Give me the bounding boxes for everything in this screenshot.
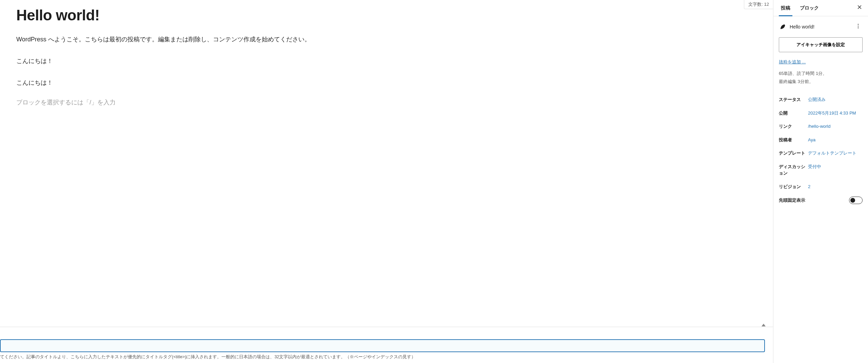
label-publish: 公開: [779, 110, 808, 117]
value-revisions[interactable]: 2: [808, 183, 863, 190]
label-template: テンプレート: [779, 150, 808, 157]
row-template: テンプレート デフォルトテンプレート: [779, 146, 863, 160]
word-count-text: 65単語、読了時間 1分。: [779, 70, 863, 77]
svg-point-1: [858, 26, 859, 26]
label-sticky: 先頭固定表示: [779, 197, 849, 204]
value-template[interactable]: デフォルトテンプレート: [808, 150, 863, 157]
collapse-toggle-icon[interactable]: [762, 324, 766, 326]
tab-post[interactable]: 投稿: [776, 0, 795, 16]
seo-help-text: てください。記事のタイトルより、こちらに入力したテキストが優先的にタイトルタグ(…: [0, 354, 773, 360]
seo-title-input[interactable]: [0, 339, 765, 352]
label-discussion: ディスカッション: [779, 163, 808, 177]
value-status[interactable]: 公開済み: [808, 96, 863, 103]
label-status: ステータス: [779, 96, 808, 103]
more-vertical-icon: [855, 23, 861, 29]
value-discussion[interactable]: 受付中: [808, 163, 863, 170]
row-status: ステータス 公開済み: [779, 93, 863, 106]
label-revisions: リビジョン: [779, 183, 808, 190]
row-link: リンク /hello-world: [779, 120, 863, 133]
sidebar-tabs: 投稿 ブロック: [773, 0, 868, 16]
bottom-meta-section: てください。記事のタイトルより、こちらに入力したテキストが優先的にタイトルタグ(…: [0, 313, 773, 363]
paragraph-block[interactable]: こんにちは！: [16, 77, 321, 89]
add-excerpt-link[interactable]: 抜粋を追加 ...: [779, 59, 863, 65]
label-link: リンク: [779, 123, 808, 130]
divider: [0, 327, 773, 327]
editor-area: 文字数: 12 Hello world! WordPress へようこそ。こちら…: [0, 0, 773, 363]
char-count-badge: 文字数: 12: [744, 0, 773, 9]
row-sticky: 先頭固定表示: [779, 193, 863, 207]
post-title[interactable]: Hello world!: [16, 7, 757, 24]
label-author: 投稿者: [779, 137, 808, 143]
value-link[interactable]: /hello-world: [808, 123, 863, 130]
value-publish[interactable]: 2022年5月19日 4:33 PM: [808, 110, 863, 117]
close-icon: [856, 4, 863, 10]
feather-icon: [779, 23, 786, 30]
paragraph-block[interactable]: WordPress へようこそ。こちらは最初の投稿です。編集または削除し、コンテ…: [16, 33, 321, 45]
block-placeholder[interactable]: ブロックを選択するには「/」を入力: [16, 98, 757, 106]
row-publish: 公開 2022年5月19日 4:33 PM: [779, 106, 863, 120]
svg-point-2: [858, 27, 859, 28]
close-sidebar-button[interactable]: [854, 4, 865, 12]
more-options-button[interactable]: [854, 22, 863, 32]
content-wrapper: Hello world! WordPress へようこそ。こちらは最初の投稿です…: [0, 0, 773, 313]
settings-sidebar: 投稿 ブロック Hello world! アイキャッチ画像を設定 抜粋を追加 .…: [773, 0, 868, 363]
row-author: 投稿者 Aya: [779, 133, 863, 147]
set-featured-image-button[interactable]: アイキャッチ画像を設定: [779, 37, 863, 52]
value-author[interactable]: Aya: [808, 137, 863, 143]
sticky-toggle[interactable]: [849, 197, 863, 204]
post-settings-panel: ステータス 公開済み 公開 2022年5月19日 4:33 PM リンク /he…: [773, 93, 868, 207]
last-edit-text: 最終編集 3分前。: [779, 79, 863, 85]
svg-point-0: [858, 24, 859, 25]
post-name-label: Hello world!: [790, 24, 850, 29]
tab-block[interactable]: ブロック: [795, 0, 824, 16]
post-header: Hello world!: [773, 16, 868, 37]
row-revisions: リビジョン 2: [779, 180, 863, 194]
row-discussion: ディスカッション 受付中: [779, 160, 863, 180]
paragraph-block[interactable]: こんにちは！: [16, 55, 321, 67]
